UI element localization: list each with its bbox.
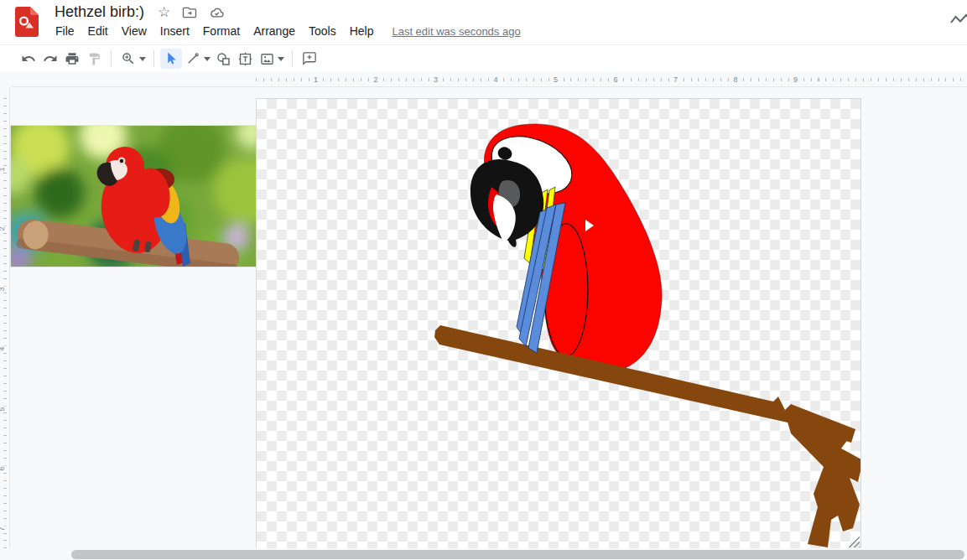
menu-arrange[interactable]: Arrange bbox=[247, 23, 302, 39]
google-drawings-app: Hethzel birb:) ☆ File Edit View Insert F… bbox=[0, 0, 967, 560]
ruler-number: 3 bbox=[432, 75, 439, 85]
menu-format[interactable]: Format bbox=[196, 23, 247, 39]
ruler-number: 4 bbox=[0, 345, 7, 351]
drawings-file-icon[interactable] bbox=[15, 7, 39, 37]
zoom-dropdown-caret[interactable] bbox=[139, 57, 146, 65]
undo-button[interactable] bbox=[18, 49, 39, 69]
line-tool-icon bbox=[185, 51, 200, 66]
ruler-number: 6 bbox=[611, 75, 619, 85]
vertical-ruler-ticks: 1234567 bbox=[0, 98, 9, 548]
text-box-button[interactable] bbox=[234, 49, 256, 69]
cloud-saved-icon[interactable] bbox=[209, 5, 225, 20]
undo-icon bbox=[21, 51, 36, 66]
image-icon bbox=[259, 51, 275, 67]
redo-button[interactable] bbox=[39, 49, 61, 69]
drawing-canvas[interactable] bbox=[256, 98, 861, 549]
print-icon bbox=[65, 51, 80, 66]
menu-file[interactable]: File bbox=[49, 23, 81, 39]
select-tool-button[interactable] bbox=[160, 49, 182, 69]
toolbar-separator bbox=[111, 50, 112, 67]
ruler-number: 6 bbox=[0, 465, 7, 471]
insert-comment-button[interactable] bbox=[299, 49, 320, 69]
toolbar-separator bbox=[292, 50, 293, 67]
line-dropdown-caret[interactable] bbox=[204, 57, 211, 65]
paint-format-icon bbox=[87, 52, 101, 66]
horizontal-ruler-ticks: 123456789 bbox=[256, 73, 967, 86]
ruler-number: 7 bbox=[0, 526, 7, 531]
ruler-number: 9 bbox=[792, 75, 799, 85]
ruler-number: 5 bbox=[552, 75, 559, 85]
app-header: Hethzel birb:) ☆ File Edit View Insert F… bbox=[0, 0, 967, 45]
reference-photo-scarlet-macaw[interactable] bbox=[11, 126, 257, 267]
vertical-ruler[interactable]: 1234567 bbox=[0, 87, 10, 548]
horizontal-scrollbar[interactable] bbox=[0, 548, 967, 560]
add-comment-icon bbox=[302, 51, 317, 66]
toolbar-separator bbox=[153, 50, 154, 67]
ruler-number: 1 bbox=[0, 166, 7, 172]
menu-insert[interactable]: Insert bbox=[153, 23, 196, 39]
menu-help[interactable]: Help bbox=[343, 23, 381, 39]
ruler-number: 7 bbox=[672, 75, 679, 85]
menu-bar: File Edit View Insert Format Arrange Too… bbox=[49, 23, 521, 39]
star-icon[interactable]: ☆ bbox=[158, 5, 170, 19]
zoom-button[interactable] bbox=[117, 49, 139, 69]
print-button[interactable] bbox=[61, 49, 83, 69]
text-box-icon bbox=[237, 51, 253, 67]
zoom-icon bbox=[121, 51, 136, 66]
title-row: Hethzel birb:) ☆ bbox=[55, 3, 225, 22]
ruler-number: 2 bbox=[0, 226, 7, 231]
ruler-number: 3 bbox=[0, 286, 7, 292]
shape-tool-icon bbox=[216, 51, 231, 67]
ruler-number: 4 bbox=[491, 75, 499, 85]
toolbar bbox=[0, 45, 967, 72]
image-dropdown-caret[interactable] bbox=[278, 57, 284, 65]
menu-tools[interactable]: Tools bbox=[302, 23, 343, 39]
ruler-number: 1 bbox=[312, 75, 320, 85]
menu-edit[interactable]: Edit bbox=[81, 23, 115, 39]
line-tool-button[interactable] bbox=[182, 49, 204, 69]
horizontal-scrollbar-thumb[interactable] bbox=[71, 550, 964, 559]
document-title[interactable]: Hethzel birb:) bbox=[55, 3, 144, 21]
ruler-number: 2 bbox=[372, 75, 379, 85]
move-to-folder-icon[interactable] bbox=[182, 5, 197, 20]
ruler-number: 8 bbox=[731, 75, 739, 85]
select-cursor-icon bbox=[164, 51, 179, 66]
redo-icon bbox=[43, 51, 58, 66]
trend-zigzag-icon[interactable] bbox=[949, 11, 967, 31]
horizontal-ruler[interactable]: 123456789 bbox=[12, 73, 967, 87]
last-edit-link[interactable]: Last edit was seconds ago bbox=[392, 25, 520, 38]
paint-format-button[interactable] bbox=[83, 49, 105, 69]
insert-image-button[interactable] bbox=[256, 49, 278, 69]
ruler-number: 5 bbox=[0, 406, 7, 412]
shape-tool-button[interactable] bbox=[212, 49, 234, 69]
menu-view[interactable]: View bbox=[115, 23, 153, 39]
